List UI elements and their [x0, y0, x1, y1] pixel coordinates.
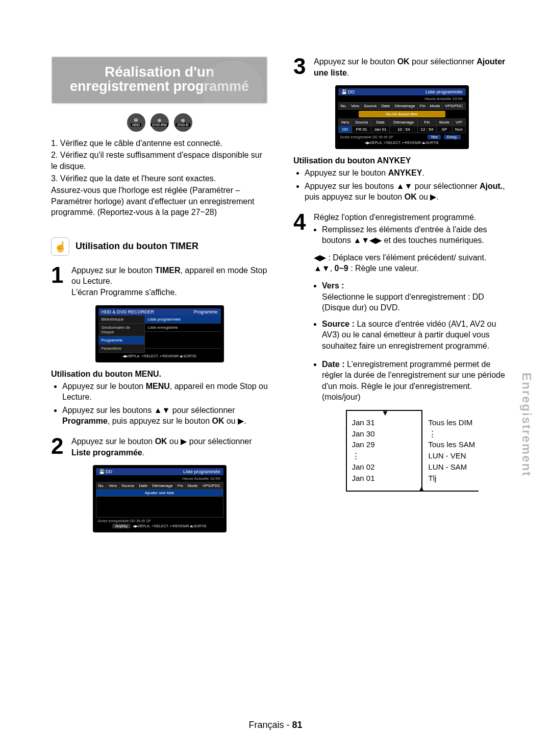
ms-right: Programme [193, 309, 217, 314]
intro-block: 1. Vérifiez que le câble d'antenne est c… [51, 138, 268, 218]
step-3-number: 3 [293, 56, 309, 78]
dr3: LUN - VEN [429, 450, 475, 461]
step1-a: Appuyez sur le bouton [71, 266, 155, 275]
step-4-number: 4 [293, 212, 309, 492]
menu-sub-b1: Appuyez sur le bouton MENU, appareil en … [62, 381, 268, 403]
intro-1: 1. Vérifiez que le câble d'antenne est c… [51, 138, 268, 149]
ls-dur: Durée enregistrable DD 35:45 SP [98, 519, 151, 523]
dr1: ⋮ [429, 428, 475, 440]
dl0: Jan 31 [352, 417, 375, 428]
media-icons: ⛁HDD ◎DVD-RW ◎DVD-R [51, 113, 268, 132]
intro-2: 2. Vérifiez qu'il reste suffisamment d'e… [51, 150, 268, 172]
anykey-b1: Appuyez sur le bouton ANYKEY. [305, 167, 510, 179]
ms-ctrl: ◀▶DÉPLA. ⏎SELECT. ↩REVENIR ⏏SORTIE [98, 353, 221, 358]
page-title-box: Réalisation d'un enregistrement programm… [51, 56, 268, 104]
dl1: Jan 30 [352, 428, 375, 440]
step-2-number: 2 [51, 436, 66, 458]
footer-lang: Français [248, 720, 284, 730]
dl2: Jan 29 [352, 439, 375, 450]
arrow-up-icon: ▲ [418, 483, 425, 494]
hand-icon: ☝ [51, 237, 69, 256]
footer-page: 81 [292, 720, 303, 730]
menu-subsection: Utilisation du bouton MENU. Appuyez sur … [51, 370, 268, 427]
step-4: 4 Réglez l'option d'enregistrement progr… [293, 212, 510, 492]
dvd-r-icon: ◎DVD-R [174, 113, 192, 132]
date-repeat-diagram: ▼ ▲ Jan 31 Jan 30 Jan 29 ⋮ Jan 02 Jan 01… [346, 410, 479, 492]
programme-menu-screenshot: HDD & DVD RECORDERProgramme Bibliothèque… [95, 305, 224, 362]
intro-4: Assurez-vous que l'horloge est réglée (P… [51, 185, 268, 218]
dl4: Jan 02 [352, 461, 375, 473]
dr2: Tous les SAM [429, 439, 475, 450]
s4-l2: Remplissez les éléments d'entrée à l'aid… [322, 224, 510, 246]
step-1: 1 Appuyez sur le bouton TIMER, appareil … [51, 265, 268, 298]
intro-3: 3. Vérifiez que la date et l'heure sont … [51, 173, 268, 184]
dl3: ⋮ [352, 450, 375, 461]
dvd-rw-icon: ◎DVD-RW [151, 113, 169, 132]
ls-add: Ajouter une liste [96, 490, 223, 497]
side-tab: Enregistrement [519, 373, 534, 477]
step-3: 3 Appuyez sur le bouton OK pour sélectio… [293, 56, 510, 78]
ls2-notitle: No.01 Aucun titre [359, 111, 445, 117]
liste-programmee-screenshot: 💾 DDListe programmée Heure Actuelle 10:5… [93, 465, 227, 532]
s4-src: Source : La source d'entrée vidéo (AV1, … [322, 319, 510, 352]
ms-title: HDD & DVD RECORDER [102, 309, 155, 314]
liste-programmee-add-screenshot: 💾 DDListe programmée Heure Actuelle 10:5… [335, 85, 469, 149]
step1-bold: TIMER [155, 266, 181, 275]
ms-l3: Paramétrer [98, 345, 144, 353]
menu-sub-b2: Appuyez sur les boutons ▲▼ pour sélectio… [62, 405, 268, 427]
step-2: 2 Appuyez sur le bouton OK ou ▶ pour sél… [51, 436, 268, 458]
ms-l1: Gestionnaire de Disque [98, 324, 144, 336]
dr4: LUN - SAM [429, 461, 475, 473]
arrow-down-icon: ▼ [382, 408, 389, 418]
ms-l0: Bibliothèque [98, 315, 144, 324]
ls-time: Heure Actuelle 10:54 [96, 475, 223, 482]
anykey-subsection: Utilisation du bouton ANYKEY Appuyez sur… [293, 156, 510, 203]
menu-sub-h: Utilisation du bouton MENU. [51, 370, 268, 379]
dl5: Jan 01 [352, 473, 375, 484]
ms-l2: Programme [98, 336, 144, 345]
s4-vers: Vers :Sélectionne le support d'enregistr… [322, 280, 510, 313]
s4-date: Date : L'enregistrement programmé permet… [322, 359, 510, 403]
step1-c: L'écran Programme s'affiche. [71, 288, 177, 297]
anykey-h: Utilisation du bouton ANYKEY [293, 156, 510, 165]
page-footer: Français - 81 [0, 720, 551, 730]
anykey-b2: Appuyez sur les boutons ▲▼ pour sélectio… [305, 181, 510, 203]
hdd-icon: ⛁HDD [127, 113, 145, 132]
s4-l1: Réglez l'option d'enregistrement program… [314, 213, 476, 222]
timer-heading: Utilisation du bouton TIMER [76, 241, 198, 252]
ms-r1: Liste enregistrée [145, 324, 221, 332]
dr5: Tlj [429, 473, 475, 484]
step-1-number: 1 [51, 265, 66, 298]
dr0: Tous les DIM [429, 417, 475, 428]
s4-l3: ◀▶ : Déplace vers l'élément précédent/ s… [314, 252, 510, 263]
ms-r0: Liste programmée [145, 315, 221, 324]
